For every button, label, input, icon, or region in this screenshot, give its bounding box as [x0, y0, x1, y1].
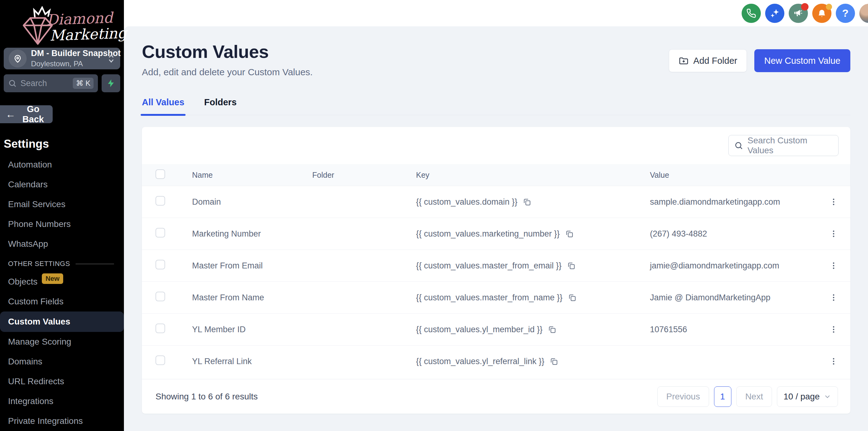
sidebar-item-objects[interactable]: Objects New — [0, 272, 124, 292]
new-badge: New — [42, 273, 63, 284]
table-header-row: Name Folder Key Value — [142, 164, 850, 186]
notification-dot — [801, 3, 808, 10]
sidebar-item-url-redirects[interactable]: URL Redirects — [0, 371, 124, 391]
brand-logo: Diamond Marketing — [18, 4, 124, 43]
sidebar-item-private-integrations[interactable]: Private Integrations — [0, 411, 124, 431]
sidebar-item-calendars[interactable]: Calendars — [0, 175, 124, 194]
row-key: {{ custom_values.yl_member_id }} — [416, 325, 542, 334]
brand-name-line2: Marketing — [49, 26, 127, 43]
table-footer: Showing 1 to 6 of 6 results Previous 1 N… — [142, 379, 850, 414]
search-shortcut-badge: ⌘ K — [73, 78, 94, 89]
tab-folders[interactable]: Folders — [204, 97, 237, 115]
row-checkbox[interactable] — [156, 292, 165, 301]
row-value: Jamie @ DiamondMarketingApp — [650, 293, 823, 302]
row-menu-button[interactable] — [828, 228, 840, 240]
page-subtitle: Add, edit and delete your Custom Values. — [142, 67, 313, 77]
row-name: Domain — [192, 197, 312, 207]
copy-icon[interactable] — [566, 261, 576, 270]
copy-icon[interactable] — [549, 357, 559, 366]
quick-actions-button[interactable] — [102, 74, 120, 92]
row-checkbox[interactable] — [156, 260, 165, 269]
sidebar-item-integrations[interactable]: Integrations — [0, 391, 124, 411]
copy-icon[interactable] — [567, 293, 577, 302]
user-avatar[interactable] — [859, 4, 868, 23]
row-name: Master From Name — [192, 293, 312, 302]
sidebar-search-input[interactable]: Search ⌘ K — [4, 74, 98, 92]
row-value: 10761556 — [650, 325, 823, 334]
row-key: {{ custom_values.yl_referral_link }} — [416, 357, 544, 366]
row-menu-button[interactable] — [828, 260, 840, 272]
other-settings-label: OTHER SETTINGS — [8, 260, 70, 268]
account-location: Doylestown, PA — [31, 60, 103, 68]
bell-icon — [817, 8, 827, 18]
tab-all-values[interactable]: All Values — [142, 97, 184, 115]
phone-button[interactable] — [742, 4, 761, 23]
row-checkbox[interactable] — [156, 196, 165, 206]
column-header-key: Key — [416, 171, 650, 179]
go-back-button[interactable]: ← Go Back — [0, 105, 53, 123]
table-row: Marketing Number {{ custom_values.market… — [142, 218, 850, 250]
page-title: Custom Values — [142, 41, 313, 62]
row-menu-button[interactable] — [828, 355, 840, 367]
copy-icon[interactable] — [565, 229, 574, 238]
row-value: sample.diamondmarketingapp.com — [650, 197, 823, 207]
sidebar-item-manage-scoring[interactable]: Manage Scoring — [0, 332, 124, 352]
lightning-bolt-icon — [106, 79, 116, 88]
divider-line — [75, 264, 114, 264]
help-button[interactable]: ? — [836, 4, 855, 23]
custom-values-search-input[interactable]: Search Custom Values — [728, 135, 839, 156]
announcements-button[interactable] — [789, 4, 808, 23]
chevron-down-icon — [824, 393, 832, 401]
tab-bar: All Values Folders — [142, 97, 850, 115]
ai-sparkles-button[interactable] — [765, 4, 784, 23]
page-size-label: 10 / page — [783, 392, 820, 402]
add-folder-button[interactable]: Add Folder — [669, 49, 747, 72]
location-pin-icon — [9, 49, 27, 67]
page-size-select[interactable]: 10 / page — [777, 387, 838, 407]
row-menu-button[interactable] — [828, 196, 840, 208]
search-placeholder: Search Custom Values — [747, 136, 833, 156]
select-all-checkbox[interactable] — [156, 169, 165, 179]
page-number-button[interactable]: 1 — [714, 387, 732, 407]
copy-icon[interactable] — [547, 325, 557, 334]
row-menu-button[interactable] — [828, 291, 840, 304]
sparkles-icon — [770, 8, 780, 19]
row-name: Master From Email — [192, 261, 312, 271]
row-name: Marketing Number — [192, 229, 312, 239]
row-menu-button[interactable] — [828, 323, 840, 336]
notifications-button[interactable] — [812, 4, 832, 23]
page-content: Custom Values Add, edit and delete your … — [124, 26, 868, 431]
column-header-folder: Folder — [312, 171, 416, 179]
sidebar-search-placeholder: Search — [21, 79, 69, 88]
next-page-button[interactable]: Next — [736, 387, 772, 407]
folder-plus-icon — [678, 56, 689, 66]
table-row: YL Referral Link {{ custom_values.yl_ref… — [142, 345, 850, 377]
row-key: {{ custom_values.domain }} — [416, 197, 517, 207]
row-key: {{ custom_values.master_from_name }} — [416, 293, 563, 302]
new-custom-value-button[interactable]: New Custom Value — [754, 49, 850, 72]
sidebar-item-email-services[interactable]: Email Services — [0, 194, 124, 214]
sidebar-item-automation[interactable]: Automation — [0, 155, 124, 175]
copy-icon[interactable] — [522, 197, 532, 206]
row-checkbox[interactable] — [156, 228, 165, 237]
account-switcher[interactable]: DM - Builder Snapshot Doylestown, PA — [4, 48, 120, 69]
question-mark-icon: ? — [842, 7, 849, 19]
row-name: YL Referral Link — [192, 357, 312, 366]
sidebar-item-custom-values[interactable]: Custom Values — [0, 311, 124, 332]
custom-values-card: Search Custom Values Name Folder Key Val… — [142, 127, 850, 414]
previous-page-button[interactable]: Previous — [657, 387, 709, 407]
settings-nav: Automation Calendars Email Services Phon… — [0, 155, 124, 431]
brand-logo-text: Diamond Marketing — [46, 11, 127, 41]
search-icon — [734, 141, 743, 150]
row-checkbox[interactable] — [156, 324, 165, 333]
sidebar-item-phone-numbers[interactable]: Phone Numbers — [0, 214, 124, 234]
row-checkbox[interactable] — [156, 356, 165, 365]
notification-dot — [826, 4, 832, 10]
sidebar-item-custom-fields[interactable]: Custom Fields — [0, 292, 124, 311]
sidebar: Diamond Marketing DM - Builder Snapshot … — [0, 0, 124, 431]
sidebar-item-domains[interactable]: Domains — [0, 352, 124, 371]
table-row: YL Member ID {{ custom_values.yl_member_… — [142, 313, 850, 345]
sidebar-item-whatsapp[interactable]: WhatsApp — [0, 234, 124, 254]
account-name: DM - Builder Snapshot — [31, 48, 103, 58]
settings-section-title: Settings — [4, 137, 124, 151]
